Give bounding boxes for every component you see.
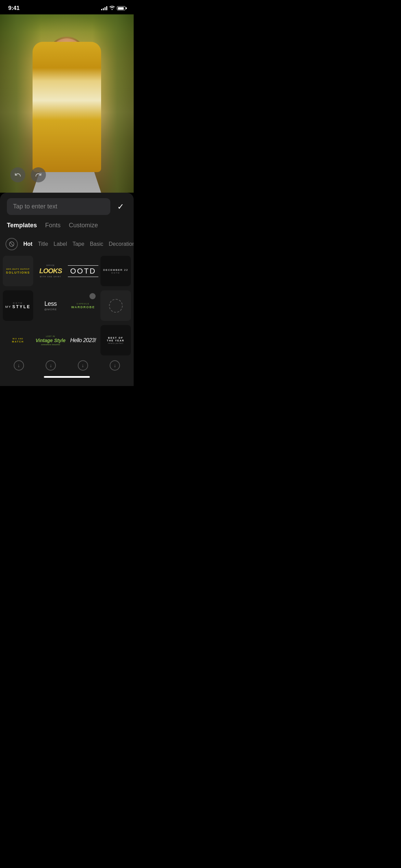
filter-basic[interactable]: Basic [90, 240, 103, 249]
template-capsule[interactable]: CAPSULE WARDROBE [68, 290, 98, 321]
template-mystyle[interactable]: OOTD MY STYLE [3, 290, 33, 321]
template-less[interactable]: Less @More [35, 290, 66, 321]
undo-button[interactable] [10, 167, 25, 182]
solutions-label1: OFF-DUTY OUTFIT [6, 268, 30, 270]
capsule-label2: WARDROBE [71, 305, 95, 309]
signal-icon [101, 6, 107, 10]
redo-button[interactable] [31, 167, 46, 182]
tab-customize[interactable]: Customize [69, 222, 98, 230]
filter-tape[interactable]: Tape [72, 240, 84, 249]
svg-line-1 [10, 242, 14, 246]
template-hello[interactable]: Hello 2023! [68, 325, 98, 355]
home-bar [44, 376, 90, 378]
template-solutions[interactable]: OFF-DUTY OUTFIT SOLUTIONS [3, 256, 33, 286]
download-row: ↓ ↓ ↓ ↓ [0, 358, 134, 373]
action-buttons [10, 167, 46, 182]
tab-bar: Templates Fonts Customize [0, 220, 134, 235]
template-grid-row1: OFF-DUTY OUTFIT SOLUTIONS OFFICE LOOKS W… [0, 254, 134, 289]
filter-title[interactable]: Title [38, 240, 48, 249]
tab-fonts[interactable]: Fonts [45, 222, 61, 230]
best-label2: THE YEAR [107, 339, 124, 342]
mystyle-label1: OOTD [13, 302, 23, 304]
ootd-label: OOTD [68, 265, 98, 277]
photo-area [0, 14, 134, 193]
template-looks[interactable]: OFFICE LOOKS WITH ONE SHIRT [35, 256, 66, 286]
tab-templates[interactable]: Templates [7, 222, 37, 230]
hello-label: Hello 2023! [70, 337, 96, 343]
looks-label2: LOOKS [39, 267, 62, 275]
filter-recent-icon[interactable] [5, 238, 18, 250]
vintage-label3: somewhere beautiful [41, 343, 60, 346]
confirm-button[interactable]: ✓ [114, 199, 127, 214]
text-input-field[interactable]: Tap to enter text [7, 198, 110, 215]
download-btn-1[interactable]: ↓ [14, 360, 24, 371]
less-label1: Less [44, 300, 57, 308]
date-sub: OOTD [111, 272, 120, 274]
vintage-label2: Vintage Style [36, 338, 65, 343]
looks-label3: WITH ONE SHIRT [40, 276, 61, 278]
solutions-label2: SOLUTIONS [6, 271, 30, 274]
filter-decoration[interactable]: Decoration [109, 240, 134, 249]
wifi-icon [109, 5, 115, 11]
capsule-spinner [89, 293, 96, 299]
circle-ring [109, 299, 123, 313]
mixmatch-label1: MIX AND [13, 338, 23, 340]
filter-hot[interactable]: Hot [23, 240, 33, 249]
download-btn-2[interactable]: ↓ [46, 360, 56, 371]
template-best[interactable]: BEST OF THE YEAR totally perfect [100, 325, 131, 355]
filter-row: Hot Title Label Tape Basic Decoration [0, 235, 134, 254]
template-circle[interactable] [100, 290, 131, 321]
best-label1: BEST OF [108, 337, 123, 339]
capsule-label1: CAPSULE [77, 303, 89, 305]
looks-label1: OFFICE [46, 264, 54, 266]
battery-icon [117, 6, 125, 10]
template-ootd[interactable]: OOTD [68, 256, 98, 286]
download-btn-4[interactable]: ↓ [110, 360, 120, 371]
filter-label[interactable]: Label [53, 240, 67, 249]
download-btn-3[interactable]: ↓ [78, 360, 88, 371]
status-time: 9:41 [8, 5, 20, 12]
template-vintage[interactable]: LOST IN Vintage Style somewhere beautifu… [35, 325, 66, 355]
text-input-area: Tap to enter text ✓ [0, 193, 134, 220]
template-mixmatch[interactable]: MIX AND MATCH [3, 325, 33, 355]
vintage-label1: LOST IN [46, 335, 55, 337]
status-icons [101, 5, 125, 11]
home-indicator [0, 373, 134, 379]
template-grid-row2: OOTD MY STYLE Less @More CAPSULE WARDROB… [0, 289, 134, 324]
mystyle-style: STYLE [12, 304, 31, 309]
template-grid-row3: MIX AND MATCH LOST IN Vintage Style some… [0, 324, 134, 358]
download-indicator-1: ↓ [3, 360, 35, 371]
bottom-panel: Tap to enter text ✓ Templates Fonts Cust… [0, 193, 134, 386]
template-date[interactable]: DECEMBER 22 OOTD [100, 256, 131, 286]
mixmatch-label2: MATCH [12, 340, 24, 343]
download-indicator-4: ↓ [99, 360, 131, 371]
status-bar: 9:41 [0, 0, 134, 14]
date-month: DECEMBER 22 [103, 268, 128, 272]
mystyle-my: MY [5, 305, 11, 309]
less-label2: @More [44, 308, 57, 311]
download-indicator-2: ↓ [35, 360, 67, 371]
best-label3: totally perfect [108, 342, 123, 344]
download-indicator-3: ↓ [67, 360, 99, 371]
